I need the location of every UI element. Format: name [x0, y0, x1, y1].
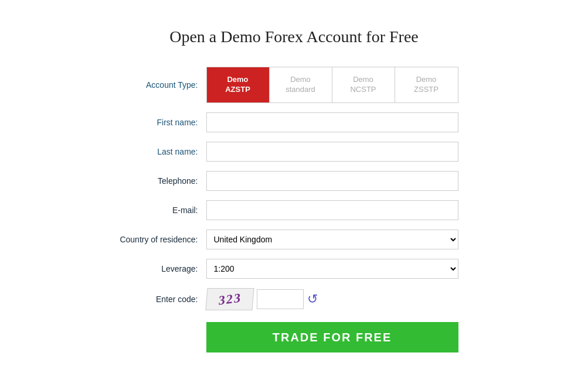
captcha-container: 323 ↺: [206, 288, 318, 310]
email-input[interactable]: [206, 200, 458, 220]
first-name-label: First name:: [77, 118, 206, 127]
submit-button[interactable]: TRADE FOR FREE: [206, 322, 458, 352]
telephone-row: Telephone:: [77, 171, 511, 191]
tab-demo-zsstp[interactable]: DemoZSSTP: [395, 67, 458, 102]
telephone-input[interactable]: [206, 171, 458, 191]
page-title: Open a Demo Forex Account for Free: [77, 28, 511, 46]
telephone-label: Telephone:: [77, 176, 206, 186]
country-label: Country of residence:: [77, 235, 206, 244]
captcha-label: Enter code:: [77, 295, 206, 304]
refresh-captcha-icon[interactable]: ↺: [307, 293, 318, 306]
email-label: E-mail:: [77, 206, 206, 215]
captcha-image: 323: [205, 288, 254, 310]
tab-demo-azstp[interactable]: DemoAZSTP: [207, 67, 270, 102]
account-type-row: Account Type: DemoAZSTP Demostandard Dem…: [77, 67, 511, 103]
leverage-row: Leverage: 1:50 1:100 1:200 1:400 1:500: [77, 259, 511, 279]
captcha-text: 323: [217, 290, 242, 309]
form-container: Open a Demo Forex Account for Free Accou…: [66, 10, 523, 370]
tab-demo-ncstp[interactable]: DemoNCSTP: [332, 67, 395, 102]
last-name-row: Last name:: [77, 142, 511, 162]
first-name-row: First name:: [77, 112, 511, 132]
last-name-input[interactable]: [206, 142, 458, 162]
captcha-input[interactable]: [257, 289, 304, 309]
email-row: E-mail:: [77, 200, 511, 220]
account-type-label: Account Type:: [77, 80, 206, 90]
leverage-label: Leverage:: [77, 264, 206, 273]
country-row: Country of residence: United Kingdom Uni…: [77, 230, 511, 249]
tab-demo-standard[interactable]: Demostandard: [270, 67, 332, 102]
country-select[interactable]: United Kingdom United States Germany Fra…: [206, 230, 458, 249]
last-name-label: Last name:: [77, 147, 206, 156]
captcha-row: Enter code: 323 ↺: [77, 288, 511, 310]
leverage-select[interactable]: 1:50 1:100 1:200 1:400 1:500: [206, 259, 458, 279]
first-name-input[interactable]: [206, 112, 458, 132]
account-type-tabs: DemoAZSTP Demostandard DemoNCSTP DemoZSS…: [206, 67, 458, 103]
submit-row: TRADE FOR FREE: [77, 322, 511, 352]
